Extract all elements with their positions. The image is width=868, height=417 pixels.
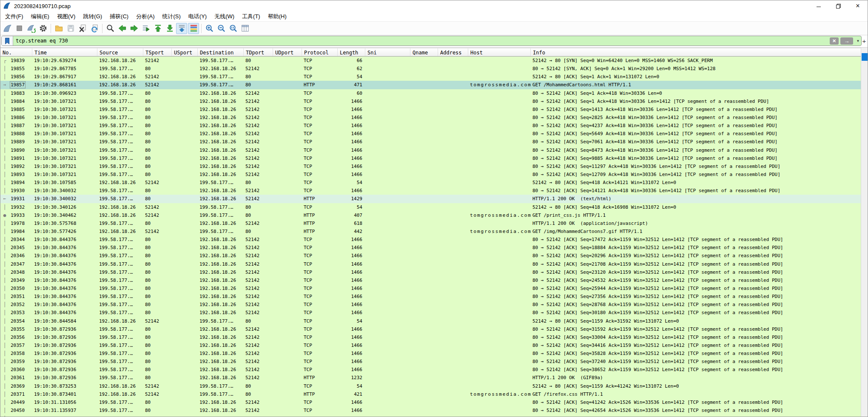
packet-row-19892[interactable]: │1989219:10:30.107321199.58.177.…80192.1… — [0, 162, 862, 170]
packet-row-20351[interactable]: │2035119:10:30.844376199.58.177.…80192.1… — [0, 292, 862, 301]
packet-row-19889[interactable]: │1988919:10:30.107321199.58.177.…80192.1… — [0, 138, 862, 146]
packet-row-19886[interactable]: │1988619:10:30.107321199.58.177.…80192.1… — [0, 113, 862, 122]
vertical-scrollbar[interactable] — [861, 48, 868, 417]
reload-button[interactable] — [89, 23, 100, 34]
packet-row-20345[interactable]: │2034519:10:30.844376199.58.177.…80192.1… — [0, 244, 862, 252]
packet-row-19885[interactable]: │1988519:10:30.107321199.58.177.…80192.1… — [0, 105, 862, 113]
capture-start-button[interactable] — [2, 23, 13, 34]
menu-item-8[interactable]: 无线(W) — [211, 12, 238, 21]
packet-row-20450[interactable]: │2045019:10:31.135937199.58.177.…80192.1… — [0, 406, 862, 414]
packet-row-19933[interactable]: ●1993319:10:30.340462192.168.18.26521421… — [0, 211, 862, 219]
file-open-button[interactable] — [53, 23, 64, 34]
filter-bookmark-button[interactable] — [2, 36, 13, 45]
column-header-destination[interactable]: Destination — [198, 48, 244, 56]
column-header-length[interactable]: Length — [338, 48, 365, 56]
menu-item-7[interactable]: 电话(Y) — [185, 12, 211, 21]
packet-row-19855[interactable]: │1985519:10:29.867785199.58.177.…80192.1… — [0, 65, 862, 73]
colorize-button[interactable] — [188, 23, 199, 34]
file-close-button[interactable] — [77, 23, 88, 34]
packet-row-19887[interactable]: │1988719:10:30.107321199.58.177.…80192.1… — [0, 122, 862, 130]
packet-row-19893[interactable]: │1989319:10:30.107321199.58.177.…80192.1… — [0, 170, 862, 179]
packet-row-20357[interactable]: │2035719:10:30.872936199.58.177.…80192.1… — [0, 341, 862, 349]
column-header-host[interactable]: Host — [468, 48, 531, 56]
menu-item-3[interactable]: 跳转(G) — [79, 12, 106, 21]
resize-columns-button[interactable] — [239, 23, 250, 34]
column-header-usport[interactable]: USport — [172, 48, 198, 56]
column-header-sni[interactable]: Sni — [365, 48, 410, 56]
packet-row-19857[interactable]: →1985719:10:29.868161192.168.18.26521421… — [0, 81, 862, 89]
go-first-button[interactable] — [152, 23, 163, 34]
packet-row-20347[interactable]: │2034719:10:30.844376199.58.177.…80192.1… — [0, 260, 862, 268]
packet-row-20353[interactable]: │2035319:10:30.844376199.58.177.…80192.1… — [0, 309, 862, 317]
filter-apply-button[interactable]: → — [840, 37, 853, 45]
column-header-udport[interactable]: UDport — [273, 48, 302, 56]
column-header-time[interactable]: Time — [32, 48, 97, 56]
packet-row-20371[interactable]: │2037119:10:30.873401192.168.18.26521421… — [0, 390, 862, 398]
packet-row-19891[interactable]: │1989119:10:30.107321199.58.177.…80192.1… — [0, 154, 862, 162]
menu-item-0[interactable]: 文件(F) — [1, 12, 27, 21]
packet-row-20361[interactable]: │2036119:10:30.872936199.58.177.…80192.1… — [0, 374, 862, 382]
column-header-protocol[interactable]: Protocol — [302, 48, 338, 56]
zoom-out-button[interactable] — [216, 23, 227, 34]
column-header-source[interactable]: Source — [97, 48, 143, 56]
packet-row-20369[interactable]: │2036919:10:30.873253192.168.18.26521421… — [0, 382, 862, 390]
minimize-button[interactable] — [809, 0, 828, 11]
capture-stop-button[interactable] — [14, 23, 25, 34]
packet-row-20352[interactable]: │2035219:10:30.844376199.58.177.…80192.1… — [0, 301, 862, 309]
packet-row-20344[interactable]: │2034419:10:30.844376199.58.177.…80192.1… — [0, 235, 862, 244]
filter-add-button[interactable]: + — [862, 37, 867, 45]
packet-row-20356[interactable]: │2035619:10:30.872936199.58.177.…80192.1… — [0, 333, 862, 341]
menu-item-6[interactable]: 统计(S) — [158, 12, 184, 21]
packet-row-20354[interactable]: │2035419:10:30.844584192.168.18.26521421… — [0, 317, 862, 325]
menu-item-4[interactable]: 捕获(C) — [106, 12, 132, 21]
menu-item-5[interactable]: 分析(A) — [132, 12, 158, 21]
capture-restart-button[interactable] — [26, 23, 37, 34]
packet-row-20449[interactable]: │2044919:10:31.131056199.58.177.…80192.1… — [0, 398, 862, 406]
packet-row-19890[interactable]: │1989019:10:30.107321199.58.177.…80192.1… — [0, 146, 862, 154]
packet-row-19932[interactable]: │1993219:10:30.340126192.168.18.26521421… — [0, 203, 862, 211]
packet-row-19984[interactable]: │1998419:10:30.577426192.168.18.26521421… — [0, 227, 862, 235]
packet-row-19856[interactable]: │1985619:10:29.867917192.168.18.26521421… — [0, 73, 862, 81]
column-header-address[interactable]: Address — [438, 48, 468, 56]
packet-row-20355[interactable]: │2035519:10:30.872936199.58.177.…80192.1… — [0, 325, 862, 333]
packet-row-19978[interactable]: │1997819:10:30.575768199.58.177.…80192.1… — [0, 219, 862, 227]
go-forward-button[interactable] — [128, 23, 139, 34]
zoom-in-button[interactable] — [204, 23, 215, 34]
packet-row-19894[interactable]: │1989419:10:30.107585192.168.18.26521421… — [0, 179, 862, 187]
packet-row-20348[interactable]: │2034819:10:30.844376199.58.177.…80192.1… — [0, 268, 862, 276]
close-button[interactable]: × — [848, 0, 868, 11]
packet-row-19839[interactable]: ┌1983919:10:29.639274192.168.18.26521421… — [0, 57, 862, 65]
packet-row-20350[interactable]: │2035019:10:30.844376199.58.177.…80192.1… — [0, 284, 862, 292]
zoom-original-button[interactable] — [228, 23, 239, 34]
filter-dropdown-caret[interactable]: ▼ — [855, 39, 861, 43]
packet-row-20346[interactable]: │2034619:10:30.844376199.58.177.…80192.1… — [0, 252, 862, 260]
packet-row-20360[interactable]: │2036019:10:30.872936199.58.177.…80192.1… — [0, 366, 862, 374]
packet-row-19931[interactable]: ←1993119:10:30.340032199.58.177.…80192.1… — [0, 195, 862, 203]
packet-row-20358[interactable]: │2035819:10:30.872936199.58.177.…80192.1… — [0, 349, 862, 357]
go-back-button[interactable] — [117, 23, 128, 34]
packet-row-20349[interactable]: │2034919:10:30.844376199.58.177.…80192.1… — [0, 276, 862, 284]
filter-clear-button[interactable]: ✕ — [830, 37, 839, 45]
menu-item-1[interactable]: 编辑(E) — [27, 12, 53, 21]
go-to-packet-button[interactable] — [140, 23, 151, 34]
packet-row-19884[interactable]: │1988419:10:30.107321199.58.177.…80192.1… — [0, 97, 862, 105]
auto-scroll-button[interactable] — [176, 23, 187, 34]
scrollbar-thumb[interactable] — [862, 53, 868, 61]
find-packet-button[interactable] — [105, 23, 116, 34]
capture-options-button[interactable] — [37, 23, 48, 34]
display-filter-input[interactable] — [13, 36, 830, 45]
packet-row-19930[interactable]: │1993019:10:30.340032199.58.177.…80192.1… — [0, 187, 862, 195]
go-last-button[interactable] — [164, 23, 175, 34]
menu-item-9[interactable]: 工具(T) — [238, 12, 264, 21]
restore-button[interactable] — [828, 0, 848, 11]
packet-row-20359[interactable]: │2035919:10:30.872936199.58.177.…80192.1… — [0, 357, 862, 366]
menu-item-2[interactable]: 视图(V) — [53, 12, 79, 21]
packet-row-20451[interactable]: │2045119:10:31.135937199.58.177.…80192.1… — [0, 414, 862, 417]
packet-row-19888[interactable]: │1988819:10:30.107321199.58.177.…80192.1… — [0, 130, 862, 138]
packet-row-19883[interactable]: │1988319:10:30.096923199.58.177.…80192.1… — [0, 89, 862, 97]
column-header-tsport[interactable]: TSport — [143, 48, 172, 56]
column-header-info[interactable]: Info — [531, 48, 862, 56]
file-save-button[interactable] — [65, 23, 76, 34]
column-header-tdport[interactable]: TDport — [244, 48, 273, 56]
menu-item-10[interactable]: 帮助(H) — [264, 12, 290, 21]
